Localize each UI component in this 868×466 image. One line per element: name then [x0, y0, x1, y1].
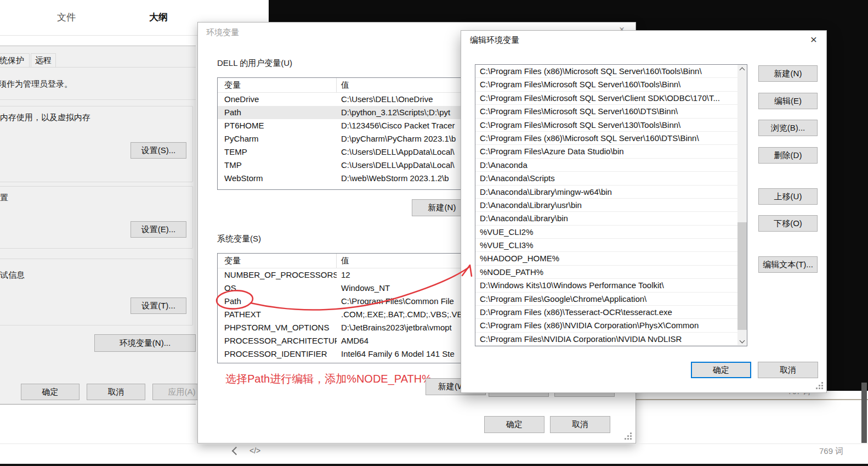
system-properties-dialog: 系统保护 远程 须作为管理员登录。 内存使用，以及虚拟内存 设置(S)... 置… [0, 46, 196, 405]
variable-name: PROCESSOR_LEVEL [218, 361, 337, 363]
dialog-title[interactable]: 环境变量 [206, 27, 239, 38]
column-variable[interactable]: 变量 [218, 254, 337, 268]
path-list-item[interactable]: C:\Program Files (x86)\Microsoft SQL Ser… [475, 65, 737, 78]
path-list-item[interactable]: D:\Anaconda\Library\usr\bin [475, 199, 737, 212]
path-list[interactable]: C:\Program Files (x86)\Microsoft SQL Ser… [475, 64, 747, 346]
variable-name: PATHEXT [218, 308, 337, 321]
system-variables-label: 系统变量(S) [217, 234, 261, 244]
resize-grip[interactable] [816, 383, 824, 390]
side-button[interactable]: 编辑文本(T)... [758, 256, 818, 273]
screen: 文件 大纲 767 词 </> 769 词 系统保护 远程 须作为管理员登录。 … [0, 0, 868, 466]
startup-settings-button[interactable]: 设置(T)... [131, 297, 186, 314]
side-button[interactable]: 新建(N) [758, 65, 818, 82]
footer-divider [0, 443, 868, 444]
scroll-down-icon[interactable] [740, 338, 745, 344]
path-list-item[interactable]: %NODE_PATH% [475, 266, 737, 279]
tab-system-protection-label: 系统保护 [0, 55, 24, 66]
path-list-item[interactable]: D:\Anaconda\Library\bin [475, 212, 737, 225]
side-button[interactable]: 删除(D) [758, 147, 818, 164]
sysprops-cancel-button[interactable]: 取消 [87, 384, 145, 400]
edit-ok-button[interactable]: 确定 [691, 362, 751, 378]
environment-variables-button[interactable]: 环境变量(N)... [94, 334, 196, 352]
path-list-item[interactable]: C:\Program Files (x86)\Microsoft SQL Ser… [475, 132, 737, 145]
variable-name: PHPSTORM_VM_OPTIONS [218, 321, 337, 334]
env-ok-button[interactable]: 确定 [484, 416, 544, 433]
path-list-item[interactable]: C:\Program Files\Azure Data Studio\bin [475, 145, 737, 158]
admin-note: 须作为管理员登录。 [0, 79, 72, 89]
variable-name: Path [218, 106, 337, 119]
scrollbar-thumb[interactable] [861, 383, 867, 443]
user-profiles-settings-button[interactable]: 设置(E)... [131, 221, 186, 238]
edit-cancel-button[interactable]: 取消 [758, 362, 818, 378]
variable-name: PROCESSOR_ARCHITECTURE [218, 334, 337, 347]
variable-name: NUMBER_OF_PROCESSORS [218, 268, 337, 282]
edit-environment-variable-dialog: 编辑环境变量 × C:\Program Files (x86)\Microsof… [461, 30, 827, 393]
tab-remote-label: 远程 [35, 55, 52, 66]
annotation-text: 选择Path进行编辑，添加%NODE_PATH% [225, 372, 432, 386]
tabstrip-line [0, 67, 196, 68]
side-buttons: 新建(N)编辑(E)浏览(B)...删除(D)上移(U)下移(O)编辑文本(T)… [758, 65, 818, 273]
taskbar-edge [0, 464, 868, 466]
startup-recovery-group [0, 259, 193, 325]
variable-name: TMP [218, 159, 337, 172]
side-button[interactable]: 浏览(B)... [758, 120, 818, 136]
path-list-item[interactable]: C:\Program Files\Microsoft SQL Server\13… [475, 119, 737, 132]
divider [0, 99, 196, 100]
startup-recovery-text: 试信息 [0, 270, 25, 280]
performance-settings-button[interactable]: 设置(S)... [131, 142, 186, 159]
word-count: 769 词 [819, 446, 843, 457]
user-profiles-group [0, 186, 193, 249]
path-list-item[interactable]: D:\Node\ [475, 346, 737, 346]
path-list-item[interactable]: C:\Program Files (x86)\NVIDIA Corporatio… [475, 319, 737, 332]
variable-name: PyCharm [218, 132, 337, 145]
variable-name: OneDrive [218, 93, 337, 106]
tab-remote[interactable]: 远程 [31, 53, 56, 67]
resize-grip[interactable] [625, 433, 632, 440]
user-profiles-text: 置 [0, 193, 8, 203]
path-list-item[interactable]: %VUE_CLI3% [475, 239, 737, 252]
path-list-item[interactable]: D:\Windows Kits\10\Windows Performance T… [475, 279, 737, 292]
variable-name: OS [218, 282, 337, 295]
user-variables-label: DELL 的用户变量(U) [217, 58, 292, 69]
path-list-item[interactable]: C:\Program Files\Microsoft SQL Server\Cl… [475, 92, 737, 105]
embedded-image-border [636, 399, 868, 400]
path-list-item[interactable]: C:\Program Files\Microsoft SQL Server\16… [475, 105, 737, 118]
tab-outline[interactable]: 大纲 [149, 11, 168, 24]
path-list-item[interactable]: %VUE_CLI2% [475, 226, 737, 239]
variable-name: WebStorm [218, 172, 337, 185]
path-list-item[interactable]: %HADOOP_HOME% [475, 252, 737, 265]
path-list-item[interactable]: C:\Program Files\Google\Chrome\Applicati… [475, 293, 737, 306]
source-code-icon[interactable]: </> [249, 446, 260, 455]
tab-system-protection[interactable]: 系统保护 [0, 53, 30, 67]
variable-name: TEMP [218, 145, 337, 159]
sysprops-ok-button[interactable]: 确定 [21, 384, 80, 400]
path-list-item[interactable]: C:\Program Files\Microsoft SQL Server\16… [475, 78, 737, 91]
list-scrollbar-thumb[interactable] [737, 222, 747, 330]
sidebar-toggle-icon[interactable] [232, 447, 241, 456]
dialog-title[interactable]: 编辑环境变量 [470, 35, 519, 46]
side-button[interactable]: 下移(O) [758, 215, 818, 232]
side-button[interactable]: 上移(U) [758, 188, 818, 205]
variable-name: PROCESSOR_IDENTIFIER [218, 347, 337, 361]
path-list-item[interactable]: D:\Anaconda\Scripts [475, 172, 737, 185]
tab-file[interactable]: 文件 [57, 11, 76, 24]
path-list-item[interactable]: D:\Anaconda [475, 159, 737, 172]
env-cancel-button[interactable]: 取消 [550, 416, 610, 433]
variable-name: Path [218, 295, 337, 308]
path-list-item[interactable]: D:\Anaconda\Library\mingw-w64\bin [475, 186, 737, 199]
path-list-item[interactable]: C:\Program Files\NVIDIA Corporation\NVID… [475, 333, 737, 346]
close-icon[interactable]: × [804, 32, 824, 47]
scroll-up-icon[interactable] [740, 68, 745, 73]
column-variable[interactable]: 变量 [218, 78, 337, 92]
variable-name: PT6HOME [218, 119, 337, 132]
path-list-item[interactable]: D:\Program Files (x86)\Tesseract-OCR\tes… [475, 306, 737, 319]
list-scrollbar[interactable] [737, 65, 747, 346]
performance-text: 内存使用，以及虚拟内存 [0, 113, 90, 123]
side-button[interactable]: 编辑(E) [758, 93, 818, 109]
